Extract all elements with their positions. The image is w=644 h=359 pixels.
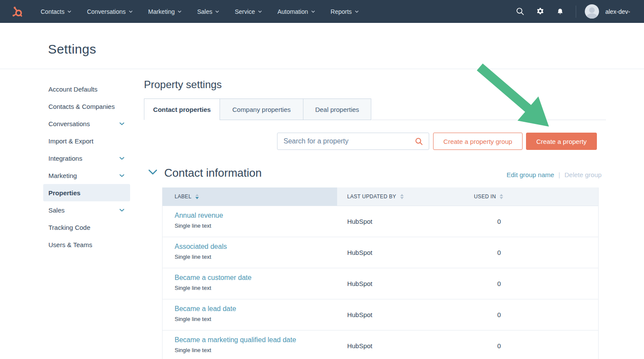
chevron-down-icon [355,10,359,13]
property-type: Single line text [175,254,337,260]
property-link[interactable]: Became a lead date [175,305,236,313]
chevron-down-icon [119,122,124,125]
column-header-text: LABEL [175,194,191,200]
table-row: Annual revenueSingle line text HubSpot 0 [163,206,598,237]
nav-item-reports[interactable]: Reports [331,8,359,15]
avatar [585,4,599,19]
sidebar-item-label: Users & Teams [48,241,92,248]
used-in-value: 0 [465,330,598,359]
chevron-down-icon [311,10,315,13]
sidebar-item-import-export[interactable]: Import & Export [43,132,130,149]
used-in-value: 0 [465,268,598,299]
delete-group-link[interactable]: Delete group [564,171,602,178]
table-row: Associated dealsSingle line text HubSpot… [163,237,598,268]
nav-item-sales[interactable]: Sales [197,8,219,15]
sidebar-item-contacts-companies[interactable]: Contacts & Companies [43,98,130,115]
edit-group-name-link[interactable]: Edit group name [507,171,554,178]
column-header-used-in[interactable]: USED IN [465,187,598,206]
property-type: Single line text [175,222,337,229]
column-header-text: USED IN [474,194,496,200]
chevron-down-icon [119,157,124,160]
nav-item-label: Sales [197,8,212,15]
gear-icon[interactable] [536,7,545,16]
nav-menu: Contacts Conversations Marketing Sales S… [41,8,359,15]
used-in-value: 0 [465,206,598,237]
nav-item-label: Automation [277,8,308,15]
sidebar-item-conversations[interactable]: Conversations [43,115,130,132]
tab-company-properties[interactable]: Company properties [220,98,303,120]
property-type: Single line text [175,347,337,353]
nav-right: alex-dev- [504,4,630,19]
last-updated-by-value: HubSpot [337,330,464,359]
property-settings-title: Property settings [144,79,222,91]
property-link[interactable]: Became a marketing qualified lead date [175,336,296,344]
property-link[interactable]: Became a customer date [175,274,252,282]
property-type: Single line text [175,285,337,291]
sidebar-item-label: Contacts & Companies [48,103,115,110]
table-row: Became a customer dateSingle line text H… [163,268,598,299]
search-input[interactable] [277,137,415,145]
sidebar-item-sales[interactable]: Sales [43,201,130,219]
last-updated-by-value: HubSpot [337,237,464,268]
annotation-arrow [472,61,557,132]
chevron-down-icon [67,10,71,13]
property-link[interactable]: Associated deals [175,243,227,251]
property-link[interactable]: Annual revenue [175,212,223,219]
header-divider [0,69,644,69]
sort-icon[interactable] [195,194,199,199]
sidebar-item-integrations[interactable]: Integrations [43,149,130,167]
sidebar-item-label: Properties [48,189,80,197]
last-updated-by-value: HubSpot [337,268,464,299]
sidebar-item-account-defaults[interactable]: Account Defaults [43,80,130,98]
sort-icon[interactable] [400,194,404,199]
tab-contact-properties[interactable]: Contact properties [144,98,220,120]
link-separator: | [558,171,560,178]
sidebar-item-label: Account Defaults [48,86,97,93]
top-nav: Contacts Conversations Marketing Sales S… [0,0,644,23]
search-icon[interactable] [516,7,524,16]
sort-icon[interactable] [500,194,503,199]
sidebar-item-marketing[interactable]: Marketing [43,167,130,184]
hubspot-logo-icon[interactable] [12,5,25,18]
column-header-label[interactable]: LABEL [163,187,337,206]
nav-item-service[interactable]: Service [235,8,262,15]
sidebar-item-label: Tracking Code [48,224,90,231]
nav-item-label: Marketing [148,8,175,15]
bell-icon[interactable] [556,8,564,15]
tab-deal-properties[interactable]: Deal properties [303,98,371,120]
nav-item-label: Conversations [87,8,126,15]
chevron-down-icon [215,10,219,13]
nav-item-marketing[interactable]: Marketing [148,8,182,15]
nav-item-automation[interactable]: Automation [277,8,315,15]
column-header-text: LAST UPDATED BY [347,194,396,200]
last-updated-by-value: HubSpot [337,299,464,330]
last-updated-by-value: HubSpot [337,206,464,237]
user-menu[interactable]: alex-dev- [585,4,630,19]
sidebar-item-tracking-code[interactable]: Tracking Code [43,219,130,236]
used-in-value: 0 [465,299,598,330]
column-header-last-updated-by[interactable]: LAST UPDATED BY [337,187,464,206]
group-links: Edit group name | Delete group [507,171,602,178]
sidebar-item-label: Import & Export [48,137,93,145]
sidebar-item-label: Marketing [48,172,77,179]
chevron-down-icon [129,10,133,13]
search-icon[interactable] [415,137,423,146]
sidebar-item-label: Conversations [48,120,90,127]
used-in-value: 0 [465,237,598,268]
sidebar-item-users-teams[interactable]: Users & Teams [43,236,130,253]
property-tabs: Contact properties Company properties De… [144,98,371,120]
sidebar-item-properties[interactable]: Properties [43,184,130,201]
create-property-group-button[interactable]: Create a property group [433,133,523,150]
nav-divider [576,6,576,18]
sidebar-item-label: Integrations [48,155,82,162]
nav-item-label: Contacts [41,8,64,15]
sidebar-item-label: Sales [48,207,65,214]
username: alex-dev- [605,8,630,15]
create-property-button[interactable]: Create a property [526,133,597,150]
chevron-down-icon [178,10,182,13]
collapse-group-chevron-icon[interactable] [148,169,157,177]
nav-item-conversations[interactable]: Conversations [87,8,133,15]
settings-sidebar: Account Defaults Contacts & Companies Co… [43,80,130,253]
group-title: Contact information [164,166,261,180]
nav-item-contacts[interactable]: Contacts [41,8,71,15]
